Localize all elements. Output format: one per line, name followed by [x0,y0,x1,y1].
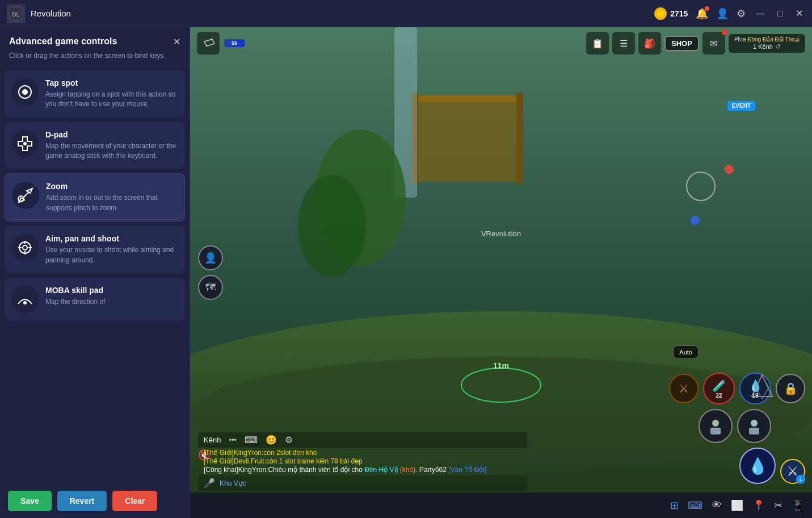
mail-icon[interactable]: ✉ [702,32,725,55]
toolbar-keyboard-icon[interactable]: ⌨ [688,499,702,512]
game-top-bar: 55 📋 ☰ 🎒 SHOP ✉ Phía Đông Đảo Đổi Thoại … [190,27,812,59]
auto-button[interactable]: Auto [673,345,699,359]
svg-point-12 [23,301,27,304]
aim-text: Aim, pan and shoot Use your mouse to sho… [45,234,178,265]
zoom-text: Zoom Add zoom in or out to the screen th… [46,182,178,213]
svg-point-20 [315,130,406,266]
control-item-dpad[interactable]: D-pad Map the movement of your character… [5,122,185,169]
chat-input-placeholder[interactable]: Khu Vực [220,479,246,487]
svg-rect-16 [417,102,519,182]
control-item-zoom[interactable]: Zoom Add zoom in or out to the screen th… [5,173,185,222]
coin-value: 2715 [670,9,688,18]
left-hud-icon1[interactable]: 👤 [198,245,223,270]
chat-settings-icon[interactable]: ⚙ [285,435,293,445]
coin-icon [654,7,667,20]
game-background: 55 📋 ☰ 🎒 SHOP ✉ Phía Đông Đảo Đổi Thoại … [190,27,812,518]
maximize-button[interactable]: □ [775,6,785,21]
profile-icon[interactable]: 👤 [716,7,729,20]
hud-row-1: ⚔ 🧪 22 💧 19 🔒 [669,373,805,404]
chat-input-bar: 🎤 Khu Vực [198,475,527,491]
channel-refresh-icon[interactable]: ↺ [775,43,781,51]
hud-row-3: 💧 ⚔ 1 [739,448,805,484]
skill-badge: 1 [796,475,805,484]
game-area: 55 📋 ☰ 🎒 SHOP ✉ Phía Đông Đảo Đổi Thoại … [190,27,812,518]
hud-skill-hp[interactable]: 🧪 22 [703,373,735,404]
app-icon: BL [7,5,25,23]
chat-keyboard-icon[interactable]: ⌨ [245,435,258,445]
control-item-moba[interactable]: MOBA skill pad Map the direction of [5,278,185,321]
svg-rect-18 [516,93,523,183]
toolbar-gamepad-icon[interactable]: ⊞ [670,499,679,512]
hud-big-skill[interactable]: 💧 [739,448,776,484]
zoom-icon [12,182,39,209]
panel-close-icon[interactable]: ✕ [173,36,180,47]
control-item-aim[interactable]: Aim, pan and shoot Use your mouse to sho… [5,226,185,273]
tap-spot-text: Tap spot Assign tapping on a spot with t… [45,78,178,110]
toolbar-location-icon[interactable]: 📍 [752,499,765,512]
svg-point-3 [22,89,28,95]
channel-value: 1 Kênh [753,43,773,50]
toolbar-phone-icon[interactable]: 📱 [792,499,804,512]
tap-spot-icon [11,78,39,106]
coin-display: 2715 [654,7,688,20]
svg-rect-30 [749,428,759,435]
hud-portrait[interactable]: ⚔ [669,374,699,403]
minimize-button[interactable]: — [754,6,767,21]
shop-button[interactable]: SHOP [664,36,699,51]
channel-info: Phía Đông Đảo Đổi Thoại 1 Kênh ↺ [729,34,805,53]
dpad-desc: Map the movement of your character or th… [45,141,178,161]
moba-desc: Map the direction of [45,297,178,307]
chat-more-icon[interactable]: ••• [229,436,237,444]
tap-spot-name: Tap spot [45,78,178,87]
svg-point-29 [751,420,758,427]
moba-name: MOBA skill pad [45,286,178,295]
event-badge: EVENT [727,101,755,111]
aim-desc: Use your mouse to shoot while aiming and… [45,245,178,265]
chat-tab[interactable]: Kênh [204,436,221,444]
control-item-tap-spot[interactable]: Tap spot Assign tapping on a spot with t… [5,70,185,118]
svg-point-25 [725,165,734,174]
svg-point-26 [691,216,700,225]
game-menu-icon[interactable] [197,32,220,55]
backpack-icon[interactable]: 🎒 [638,32,661,55]
dpad-text: D-pad Map the movement of your character… [45,130,178,161]
chat-msg-1: [Thế Giới]Devil.Fruit:còn 1 slot traine … [204,457,521,465]
hud-mini-portrait-2[interactable] [737,409,771,443]
toolbar-scissor-icon[interactable]: ✂ [774,499,782,512]
sword-shield-icon [746,370,778,404]
mic-icon[interactable]: 🎤 [204,478,215,488]
controls-list: Tap spot Assign tapping on a spot with t… [0,66,190,483]
clear-button[interactable]: Clear [112,491,157,511]
settings-icon[interactable]: ⚙ [737,7,746,20]
toolbar-eye-icon[interactable]: 👁 [712,499,722,511]
revert-button[interactable]: Revert [57,491,107,511]
hud-mini-portrait[interactable] [699,409,733,443]
game-bottom-toolbar: ⊞ ⌨ 👁 ⬜ 📍 ✂ 📱 [190,492,812,518]
dpad-name: D-pad [45,130,178,139]
left-hud-icon2[interactable]: 🗺 [198,275,223,300]
notification-icon[interactable]: 🔔 [696,7,708,20]
hud-skill-lock[interactable]: 🔒 [776,374,805,403]
title-bar: BL Revolution 2715 🔔 👤 ⚙ — □ ✕ [0,0,812,27]
moba-text: MOBA skill pad Map the direction of [45,286,178,307]
left-hud: 👤 🗺 [198,245,223,300]
close-button[interactable]: ✕ [793,6,805,21]
chat-msg-2-join[interactable]: [Vào Tổ Đội] [448,466,486,474]
chat-msg-2-highlight: Đên Hộ Vệ [364,466,398,474]
tap-spot-desc: Assign tapping on a spot with this actio… [45,90,178,110]
chat-emoji-icon[interactable]: 😊 [266,435,277,445]
app-title: Revolution [31,9,71,18]
chat-messages: [Thế Giới]KingYron:còn 2slot đen khó [Th… [198,448,527,475]
zoom-desc: Add zoom in or out to the screen that su… [46,193,178,213]
svg-rect-15 [417,95,519,102]
clipboard-icon[interactable]: 📋 [586,32,609,55]
save-button[interactable]: Save [8,491,52,511]
player-name: VRevolution [481,229,521,237]
game-top-center-icons: 📋 ☰ 🎒 SHOP ✉ Phía Đông Đảo Đổi Thoại 1 K… [586,32,805,55]
toolbar-resize-icon[interactable]: ⬜ [731,499,743,512]
title-bar-right: 2715 🔔 👤 ⚙ — □ ✕ [654,6,805,21]
chat-msg-2: [Công khai]KingYron:Chiêu mộ thành viên … [204,466,521,474]
svg-text:BL: BL [12,11,19,18]
hud-badge-wrapper: ⚔ 1 [780,459,805,484]
menu-lines-icon[interactable]: ☰ [612,32,635,55]
